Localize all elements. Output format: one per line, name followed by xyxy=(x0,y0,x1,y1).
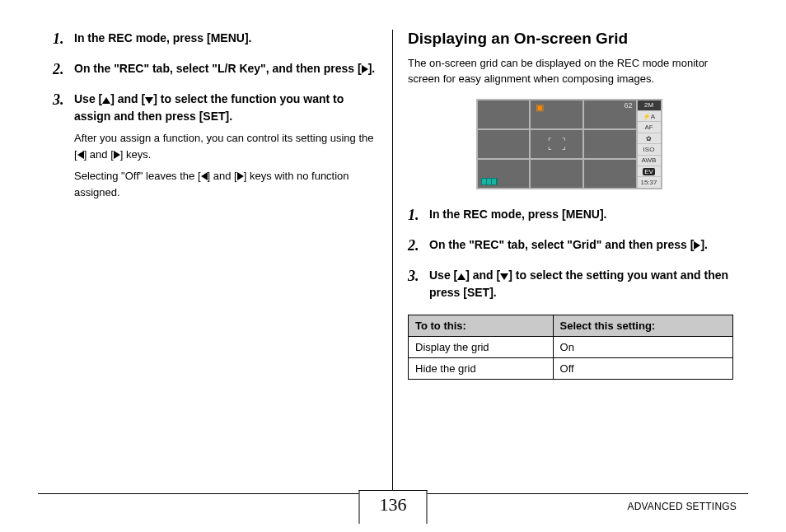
sidebar-row: 2M xyxy=(638,100,661,111)
table-cell: On xyxy=(553,336,732,357)
grid-cell xyxy=(478,130,530,158)
sidebar-row: AWB xyxy=(638,156,661,166)
step-text: On the "REC" tab, select "Grid" and then… xyxy=(429,238,694,251)
lcd-sidebar: 2M ⚡A AF ✿ ISO AWB EV 15:37 xyxy=(638,99,662,189)
camera-icon: ▣ xyxy=(536,102,544,113)
triangle-up-icon xyxy=(457,273,466,280)
step-sub-1: After you assign a function, you can con… xyxy=(74,130,377,163)
triangle-left-icon xyxy=(201,172,208,180)
right-step-2: On the "REC" tab, select "Grid" and then… xyxy=(408,236,733,254)
table-cell: Off xyxy=(553,357,732,379)
step-text: ]. xyxy=(368,62,376,75)
triangle-down-icon xyxy=(145,97,153,104)
manual-page: In the REC mode, press [MENU]. On the "R… xyxy=(0,0,786,532)
footer-section-label: ADVANCED SETTINGS xyxy=(627,501,737,512)
table-header: To to this: xyxy=(409,315,554,336)
sidebar-row: ISO xyxy=(638,144,661,155)
sidebar-row: ✿ xyxy=(638,133,661,144)
step-text: In the REC mode, press [MENU]. xyxy=(74,31,251,44)
triangle-down-icon xyxy=(500,273,508,280)
footer: 136 ADVANCED SETTINGS xyxy=(0,492,786,525)
sidebar-label: 15:37 xyxy=(640,179,657,186)
sub-text: ] keys. xyxy=(120,148,152,161)
left-step-2: On the "REC" tab, select "L/R Key", and … xyxy=(53,60,377,77)
table-cell: Display the grid xyxy=(409,336,554,357)
sidebar-label: ISO xyxy=(643,146,655,153)
grid-cell xyxy=(584,130,636,158)
shot-count: 62 xyxy=(624,101,632,110)
step-text: In the REC mode, press [MENU]. xyxy=(429,208,606,221)
right-step-1: In the REC mode, press [MENU]. xyxy=(408,206,733,223)
settings-table: To to this: Select this setting: Display… xyxy=(408,315,733,380)
step-sub-2: Selecting "Off" leaves the [] and [] key… xyxy=(74,168,377,201)
column-container: In the REC mode, press [MENU]. On the "R… xyxy=(38,30,748,491)
grid-cell xyxy=(531,160,582,188)
step-text: Use [ xyxy=(429,268,457,282)
sidebar-label: 2M xyxy=(644,101,653,109)
step-text: ] and [ xyxy=(466,268,500,282)
left-step-1: In the REC mode, press [MENU]. xyxy=(53,30,377,47)
focus-brackets-icon: ⌜⌝⌞⌟ xyxy=(548,138,566,151)
table-cell: Hide the grid xyxy=(409,357,554,379)
sub-text: ] and [ xyxy=(84,148,114,161)
step-text: Use [ xyxy=(74,92,102,105)
right-step-3: Use [] and [] to select the setting you … xyxy=(408,267,733,301)
section-title: Displaying an On-screen Grid xyxy=(408,30,733,48)
sidebar-row: AF xyxy=(638,122,661,133)
lcd-screen: ▣ 62 ⌜⌝⌞⌟ xyxy=(476,99,638,189)
sidebar-row: ⚡A xyxy=(638,111,661,122)
sidebar-label: AWB xyxy=(642,156,657,164)
sidebar-label: ✿ xyxy=(646,135,652,142)
grid-illustration: ▣ 62 ⌜⌝⌞⌟ 2M ⚡A AF ✿ ISO AWB EV 15:37 xyxy=(476,99,666,189)
sub-text: ] and [ xyxy=(208,170,237,182)
page-number: 136 xyxy=(359,490,428,524)
table-row: Display the grid On xyxy=(409,336,733,357)
step-text: On the "REC" tab, select "L/R Key", and … xyxy=(74,62,362,75)
triangle-up-icon xyxy=(102,97,110,104)
sidebar-label: ⚡A xyxy=(643,113,655,120)
right-steps: In the REC mode, press [MENU]. On the "R… xyxy=(408,206,733,301)
sidebar-label: EV xyxy=(643,168,655,175)
sub-text: Selecting "Off" leaves the [ xyxy=(74,170,201,182)
step-text: ]. xyxy=(700,238,708,251)
left-column: In the REC mode, press [MENU]. On the "R… xyxy=(38,30,393,491)
triangle-left-icon xyxy=(77,151,84,159)
triangle-right-icon xyxy=(362,65,368,73)
table-row: Hide the grid Off xyxy=(409,357,733,379)
right-column: Displaying an On-screen Grid The on-scre… xyxy=(393,30,748,491)
battery-icon xyxy=(481,178,498,185)
section-lead: The on-screen grid can be displayed on t… xyxy=(408,56,733,87)
grid-cell xyxy=(584,160,636,188)
step-text: ] and [ xyxy=(110,92,145,105)
table-header-row: To to this: Select this setting: xyxy=(409,315,733,336)
triangle-right-icon xyxy=(237,172,244,180)
sidebar-label: AF xyxy=(644,124,653,131)
left-step-3: Use [] and [] to select the function you… xyxy=(53,91,377,202)
triangle-right-icon xyxy=(114,151,120,159)
left-steps: In the REC mode, press [MENU]. On the "R… xyxy=(53,30,377,202)
grid-cell xyxy=(478,100,530,128)
table-header: Select this setting: xyxy=(553,315,732,336)
sidebar-row: EV xyxy=(638,166,661,177)
sidebar-row: 15:37 xyxy=(638,177,661,187)
